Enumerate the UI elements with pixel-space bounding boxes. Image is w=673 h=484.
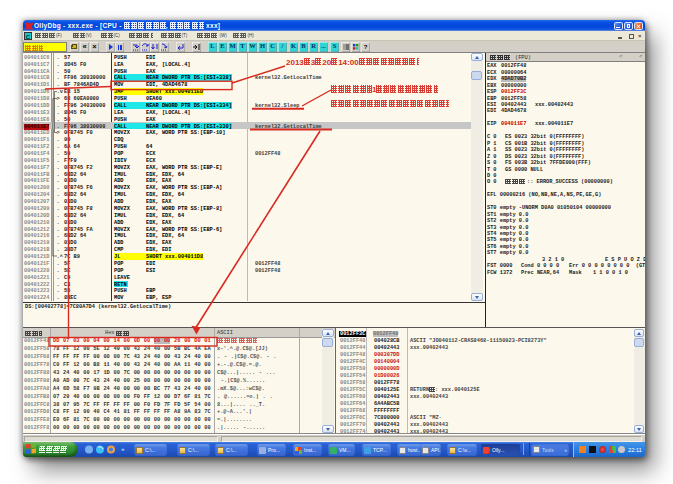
svg-text:»: »: [121, 446, 125, 453]
